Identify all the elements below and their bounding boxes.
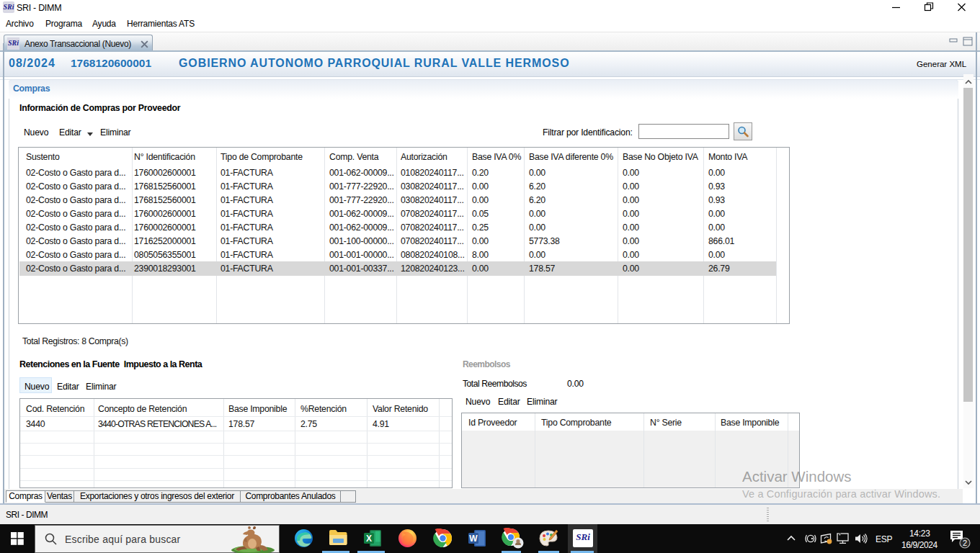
svg-text:W: W <box>469 534 478 544</box>
svg-text:2: 2 <box>963 539 967 547</box>
svg-text:X: X <box>366 534 372 544</box>
